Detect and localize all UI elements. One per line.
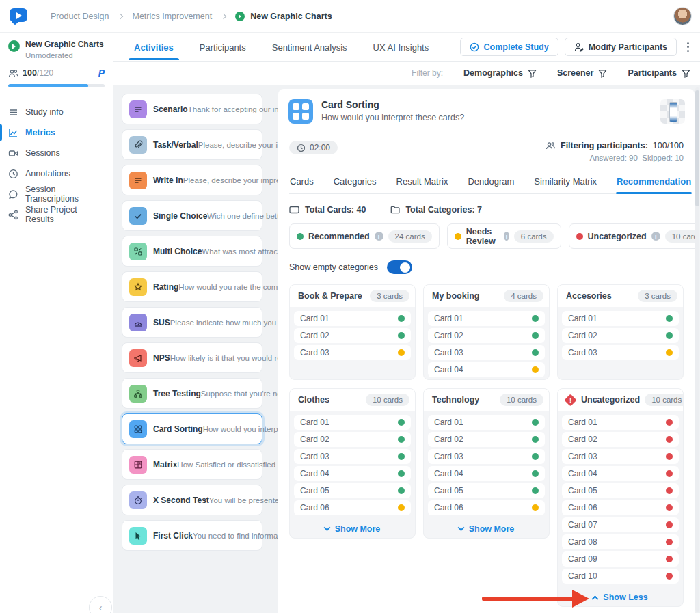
count-badge: 10 cards (366, 394, 409, 406)
tab-categories[interactable]: Categories (333, 170, 377, 193)
activity-first-click[interactable]: First ClickYou need to find information … (122, 520, 262, 551)
card-row: Card 02 (428, 328, 545, 343)
avatar[interactable] (673, 7, 692, 25)
content-area: ScenarioThank for accepting our invitati… (113, 85, 700, 613)
app-logo-icon[interactable] (10, 8, 29, 25)
more-options-button[interactable] (683, 40, 693, 55)
check-icon (129, 207, 147, 225)
status-dot (532, 419, 539, 426)
card-row: Card 01 (294, 311, 411, 326)
status-dot (398, 315, 405, 322)
tab-result-matrix[interactable]: Result Matrix (396, 170, 449, 193)
activity-single-choice[interactable]: Single ChoiceWich one define better your… (122, 200, 262, 231)
breadcrumb-folder[interactable]: Metrics Improvement (132, 12, 212, 21)
activity-card-sorting[interactable]: Card SortingHow would you interpret thes… (122, 413, 262, 444)
card-row: Card 02 (294, 432, 411, 447)
sidebar-item-session-transcriptions[interactable]: Session Transcriptions (0, 184, 113, 204)
show-empty-categories-toggle[interactable] (387, 260, 412, 274)
tab-activities[interactable]: Activities (133, 34, 175, 60)
status-dot (398, 332, 405, 339)
card-row: Card 02 (294, 328, 411, 343)
modify-participants-button[interactable]: Modify Participants (565, 38, 677, 56)
status-dot (666, 315, 673, 322)
metrics-chart-icon (8, 128, 18, 138)
status-dot (398, 349, 405, 356)
tab-dendogram[interactable]: Dendogram (467, 170, 515, 193)
answered-skipped: Answered: 90 Skipped: 10 (546, 154, 684, 162)
show-more-button[interactable]: Show More (424, 519, 549, 538)
activity-write-in[interactable]: Write InPlease, describe your impression… (122, 165, 262, 195)
card-row: Card 03 (428, 345, 545, 360)
tree-icon (129, 385, 147, 403)
sidebar-item-share-project-results[interactable]: Share Project Results (0, 204, 113, 225)
tab-ux-ai-insights[interactable]: UX AI Insights (372, 34, 431, 60)
scrollbar[interactable] (695, 87, 699, 612)
tab-recommendation[interactable]: Recommendation (616, 170, 692, 193)
filter-participants[interactable]: Participants (628, 68, 690, 78)
breadcrumb-project[interactable]: Product Design (51, 12, 109, 21)
status-dot (666, 436, 673, 443)
card-row: Card 05 (562, 483, 679, 498)
activity-x-second-test[interactable]: X Second TestYou will be presented with … (122, 485, 262, 515)
status-dot (666, 453, 673, 460)
count-badge: 6 cards (514, 230, 554, 243)
show-less-button[interactable]: Show Less (558, 588, 683, 606)
breadcrumb-study[interactable]: New Graphic Charts (235, 12, 332, 21)
star-icon (129, 278, 147, 296)
clock-icon (297, 144, 306, 152)
activity-task-verbal[interactable]: Task/VerbalPlease, describe your impress… (122, 129, 262, 160)
filter-screener[interactable]: Screener (557, 68, 608, 78)
category-technology: Technology10 cards Card 01 Card 02 Card … (423, 388, 550, 539)
gauge-icon (129, 314, 147, 331)
status-dot (532, 315, 539, 322)
scenario-icon (129, 100, 147, 118)
activity-nps[interactable]: NPSHow likely is it that you would reco.… (122, 342, 262, 373)
card-row: Card 05 (428, 483, 545, 498)
complete-study-button[interactable]: Complete Study (460, 38, 558, 56)
info-icon[interactable] (504, 232, 509, 241)
project-name: New Graphic Charts (25, 40, 104, 50)
study-status-icon (235, 12, 245, 21)
card-row: Card 04 (428, 466, 545, 481)
check-circle-icon (470, 42, 479, 52)
activity-matrix[interactable]: MatrixHow Satisfied or dissatisfied are … (122, 449, 262, 480)
person-edit-icon (574, 42, 584, 52)
tab-participants[interactable]: Participants (198, 34, 247, 60)
filter-demographics[interactable]: Demographics (463, 68, 537, 78)
summary-uncategorized: Uncategorized 10 cards (569, 223, 695, 249)
card-row: Card 03 (562, 345, 679, 360)
tab-similarity-matrix[interactable]: Similarity Matrix (533, 170, 597, 193)
activity-sus[interactable]: SUSPlease indicate how much you agre... (122, 307, 262, 338)
card-row: Card 02 (428, 432, 545, 447)
card-row: Card 06 (294, 500, 411, 515)
tab-cards[interactable]: Cards (289, 170, 314, 193)
funnel-icon (682, 69, 690, 78)
matrix-icon (129, 456, 147, 474)
category-my-booking: My booking4 cards Card 01 Card 02 Card 0… (423, 284, 550, 380)
sidebar-item-sessions[interactable]: Sessions (0, 143, 113, 163)
card-row: Card 01 (562, 415, 679, 430)
info-icon[interactable] (651, 232, 660, 241)
show-more-button[interactable]: Show More (290, 519, 415, 538)
card-row: Card 06 (428, 500, 545, 515)
card-row: Card 01 (428, 311, 545, 326)
activity-scenario[interactable]: ScenarioThank for accepting our invitati… (122, 94, 262, 124)
sidebar-item-study-info[interactable]: Study info (0, 102, 113, 122)
chat-bubble-icon (8, 189, 18, 200)
sidebar-item-annotations[interactable]: Annotations (0, 163, 113, 184)
categories-grid: Book & Prepare3 cards Card 01 Card 02 Ca… (278, 283, 695, 613)
chevron-right-icon (221, 13, 226, 18)
activity-tree-testing[interactable]: Tree TestingSuppose that you're not a Us… (122, 378, 262, 409)
activity-multi-choice[interactable]: Multi ChoiceWhat was most attractive to … (122, 236, 262, 267)
status-dot (666, 539, 673, 545)
participants-progress-bar (8, 84, 105, 87)
card-row: Card 01 (428, 415, 545, 430)
scrollbar-thumb[interactable] (695, 90, 699, 206)
activity-rating[interactable]: RatingHow would you rate the company's..… (122, 271, 262, 302)
card-row: Card 02 (562, 432, 679, 447)
activity-thumbnail[interactable] (660, 99, 685, 124)
sidebar-item-metrics[interactable]: Metrics (0, 122, 113, 143)
info-icon[interactable] (375, 232, 383, 241)
card-row: Card 03 (562, 449, 679, 464)
tab-sentiment-analysis[interactable]: Sentiment Analysis (271, 34, 349, 60)
